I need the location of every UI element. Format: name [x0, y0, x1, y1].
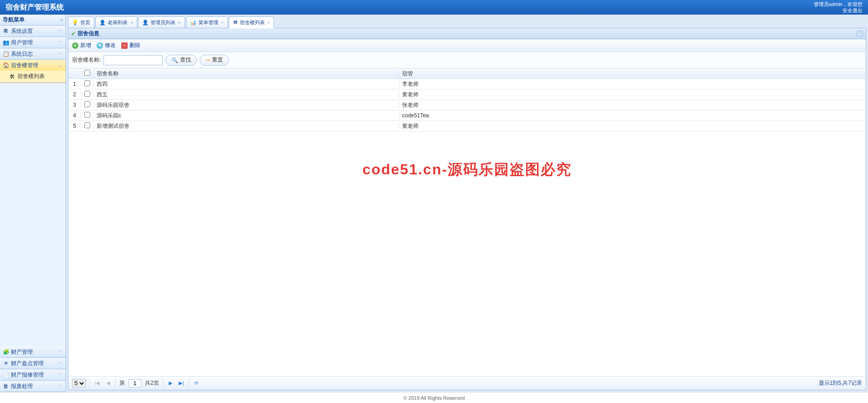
nav-group-0[interactable]: 🛠系统设置︾	[0, 26, 66, 37]
find-button[interactable]: 🔍 查找	[165, 55, 197, 66]
row-checkbox[interactable]	[84, 112, 90, 118]
delete-button[interactable]: − 删除	[121, 42, 140, 49]
nav-item-label: 宿舍楼列表	[17, 73, 45, 80]
tab-label: 老师列表	[108, 19, 128, 26]
cell-name: 源码乐园c	[94, 112, 399, 120]
pager-separator	[163, 379, 163, 387]
nav-icon: 🛠	[3, 28, 9, 34]
row-checkbox[interactable]	[84, 80, 90, 86]
page-total-label: 共2页	[145, 379, 159, 387]
nav-group-3[interactable]: 🏠宿舍楼管理︽	[0, 60, 66, 71]
nav-group-5[interactable]: ✳财产盘点管理︾	[0, 358, 66, 369]
table-row[interactable]: 4源码乐园ccode51Tea	[68, 110, 866, 121]
reset-icon: ↪	[206, 57, 210, 63]
pager: 5 |◀ ◀ 第 共2页 ▶ ▶| ⟳ 显示1到5,共7记录	[68, 376, 866, 390]
tab-label: 首页	[80, 19, 90, 26]
table-row[interactable]: 2西五黄老师	[68, 89, 866, 100]
sidebar-spacer	[0, 83, 66, 346]
footer: © 2019 All Rights Reserved	[0, 392, 868, 403]
content-area: 💡首页👤老师列表×👤管理员列表×📊菜单管理×🛠宿舍楼列表× ✔ 宿舍信息 + 新…	[66, 15, 868, 392]
select-all-checkbox[interactable]	[84, 70, 90, 76]
page-number-input[interactable]	[129, 379, 141, 387]
cell-name: 西四	[94, 80, 399, 88]
collapse-icon[interactable]: «	[60, 17, 63, 22]
row-check-cell	[81, 112, 94, 119]
logout-link[interactable]: 安全退出	[814, 7, 863, 14]
nav-group-label: 报废处理	[11, 382, 33, 390]
tab-0[interactable]: 💡首页	[68, 16, 94, 28]
nav-group-2[interactable]: 📋系统日志︾	[0, 48, 66, 59]
close-icon[interactable]: ×	[221, 20, 224, 25]
tab-icon: 👤	[99, 20, 106, 26]
row-number: 1	[68, 81, 81, 87]
edit-label: 修改	[105, 42, 116, 49]
tab-1[interactable]: 👤老师列表×	[95, 16, 137, 28]
refresh-button[interactable]: ⟳	[193, 380, 200, 387]
chevron-icon: ︽	[59, 63, 63, 68]
next-page-button[interactable]: ▶	[167, 380, 174, 387]
page-size-select[interactable]: 5	[72, 379, 86, 388]
close-icon[interactable]: ×	[178, 20, 181, 25]
page-label-prefix: 第	[119, 379, 125, 387]
search-input[interactable]	[103, 55, 163, 65]
toolbar: + 新增 ✎ 修改 − 删除	[68, 39, 866, 52]
minus-icon: −	[121, 42, 128, 49]
row-check-cell	[81, 91, 94, 98]
nav-icon: 🧩	[3, 349, 9, 355]
last-page-button[interactable]: ▶|	[178, 380, 185, 387]
sidebar-title: 导航菜单	[3, 16, 25, 24]
chevron-icon: ︾	[59, 372, 63, 378]
add-button[interactable]: + 新增	[72, 42, 91, 49]
nav-group-label: 财产盘点管理	[11, 360, 44, 367]
row-checkbox[interactable]	[84, 91, 90, 97]
row-checkbox[interactable]	[84, 101, 90, 107]
tab-2[interactable]: 👤管理员列表×	[138, 16, 185, 28]
cell-manager: code51Tea	[399, 112, 866, 119]
nav-group-4[interactable]: 🧩财产管理︾	[0, 346, 66, 357]
chevron-icon: ︾	[59, 383, 63, 389]
tab-icon: 👤	[142, 20, 149, 26]
nav-group-6[interactable]: 📄财产报修管理︾	[0, 369, 66, 380]
row-number: 2	[68, 91, 81, 98]
table-header-row: 宿舍名称 宿管	[68, 68, 866, 79]
table-row[interactable]: 5新增测试宿舍黄老师	[68, 121, 866, 131]
close-icon[interactable]: ×	[268, 20, 270, 25]
nav-icon: 🏠	[3, 62, 9, 68]
row-checkbox[interactable]	[84, 122, 90, 128]
prev-page-button[interactable]: ◀	[104, 380, 112, 387]
delete-label: 删除	[129, 42, 140, 49]
col-header-check	[81, 70, 94, 77]
header-user-area: 管理员admin，欢迎您 安全退出	[814, 1, 863, 14]
first-page-button[interactable]: |◀	[93, 380, 101, 387]
nav-item-dorm-list[interactable]: 🛠宿舍楼列表	[0, 71, 66, 83]
table-row[interactable]: 1西四李老师	[68, 79, 866, 89]
cell-name: 源码乐园宿舍	[94, 101, 399, 109]
tab-4[interactable]: 🛠宿舍楼列表×	[229, 16, 274, 28]
nav-icon: ✳	[3, 360, 9, 366]
table-row[interactable]: 3源码乐园宿舍张老师	[68, 100, 866, 110]
nav-group-7[interactable]: 🗑报废处理︾	[0, 381, 66, 392]
tab-label: 管理员列表	[150, 19, 176, 26]
panel-minimize-button[interactable]	[857, 31, 863, 37]
nav-group-1[interactable]: 👥用户管理︾	[0, 37, 66, 48]
cell-manager: 张老师	[399, 101, 866, 109]
tab-icon: 🛠	[233, 20, 238, 25]
close-icon[interactable]: ×	[130, 20, 133, 25]
reset-button[interactable]: ↪ 重置	[200, 55, 229, 66]
tool-icon: 🛠	[9, 73, 16, 80]
cell-manager: 黄老师	[399, 122, 866, 130]
sidebar-header: 导航菜单 «	[0, 15, 66, 26]
main-panel: ✔ 宿舍信息 + 新增 ✎ 修改 − 删	[68, 28, 866, 390]
cell-name: 新增测试宿舍	[94, 122, 399, 130]
row-check-cell	[81, 80, 94, 88]
nav-icon: 📄	[3, 372, 9, 378]
col-header-manager[interactable]: 宿管	[399, 70, 866, 78]
pager-info: 显示1到5,共7记录	[819, 379, 862, 387]
row-check-cell	[81, 122, 94, 130]
chevron-icon: ︾	[59, 349, 63, 355]
chevron-icon: ︾	[59, 51, 63, 57]
chevron-icon: ︾	[59, 361, 63, 366]
tab-3[interactable]: 📊菜单管理×	[186, 16, 228, 28]
col-header-name[interactable]: 宿舍名称	[94, 70, 399, 78]
edit-button[interactable]: ✎ 修改	[97, 42, 116, 49]
